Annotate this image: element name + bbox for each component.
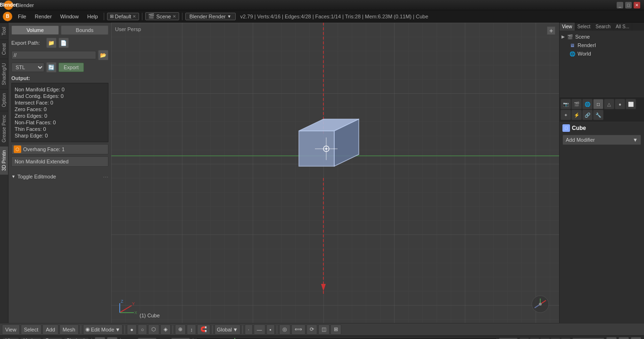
- ptab-material[interactable]: ●: [615, 99, 625, 109]
- bounds-tab-btn[interactable]: Bounds: [61, 25, 108, 35]
- vt-select-btn[interactable]: Select: [21, 324, 42, 335]
- tab-tool[interactable]: Tool: [0, 23, 8, 39]
- vt-rendered-shading-btn[interactable]: ◈: [160, 324, 171, 335]
- vt-global-dropdown[interactable]: Global ▼: [215, 324, 240, 335]
- 3d-viewport[interactable]: User Persp +: [111, 23, 559, 323]
- timeline-end-input[interactable]: [171, 338, 190, 339]
- refresh-btn[interactable]: 🔄: [46, 62, 57, 73]
- output-box: Non Manifold Edge: 0 Bad Contig. Edges: …: [11, 83, 108, 142]
- ptab-particles[interactable]: ✦: [561, 110, 571, 120]
- vt-mode-dropdown[interactable]: ◉ Edit Mode ▼: [83, 324, 123, 335]
- vt-solid-shading-btn[interactable]: ●: [127, 324, 137, 335]
- transport-prev-btn[interactable]: ◀: [530, 338, 539, 339]
- vt-add-btn[interactable]: Add: [42, 324, 58, 335]
- outliner-allscenes-tab[interactable]: All S...: [613, 23, 632, 31]
- outliner-select-tab[interactable]: Select: [575, 23, 594, 31]
- menu-window[interactable]: Window: [58, 13, 82, 20]
- export-path-input[interactable]: [11, 51, 96, 59]
- vt-separator-6: [277, 325, 277, 334]
- playback-settings-btn[interactable]: ⚙: [631, 337, 641, 339]
- ptab-world[interactable]: 🌐: [582, 99, 593, 109]
- tab-grease[interactable]: Grease Penc: [0, 111, 8, 146]
- transport-controls: ⏮ ◀ ▶ ▶ ⏭: [520, 338, 570, 339]
- export-button[interactable]: Export: [58, 63, 84, 72]
- vt-pivot-btn[interactable]: ⊕: [175, 324, 186, 335]
- blender-logo-btn[interactable]: B: [3, 12, 12, 21]
- tab-creat[interactable]: Creat: [0, 39, 8, 58]
- toggle-editmode-section: ▼ Toggle Editmode ···: [11, 171, 108, 182]
- timeline-frame-btn[interactable]: Frame: [43, 338, 62, 339]
- timeline-view-btn[interactable]: View: [3, 338, 19, 339]
- menu-render[interactable]: Render: [32, 13, 55, 20]
- overhang-row[interactable]: ⬡ Overhang Face: 1: [11, 144, 108, 154]
- transport-start-btn[interactable]: ⏮: [520, 338, 529, 339]
- vt-proportional-btn[interactable]: ◎: [279, 324, 290, 335]
- ptab-modifiers[interactable]: 🔧: [593, 110, 603, 120]
- vt-view-btn[interactable]: View: [2, 324, 20, 335]
- volume-tab-btn[interactable]: Volume: [11, 25, 59, 35]
- output-item-1: Bad Contig. Edges: 0: [15, 93, 105, 99]
- vt-snap-btn[interactable]: 🧲: [197, 324, 210, 335]
- navigation-gizmo[interactable]: [531, 295, 550, 314]
- timeline-icon-2[interactable]: ◀: [107, 337, 117, 339]
- outliner-search-tab[interactable]: Search: [593, 23, 613, 31]
- tree-world[interactable]: 🌐 World: [569, 49, 642, 58]
- outliner-view-tab[interactable]: View: [560, 23, 575, 31]
- vt-loop-btn[interactable]: ⟳: [306, 324, 317, 335]
- scene-close-icon[interactable]: ✕: [173, 14, 176, 19]
- ptab-scene[interactable]: 🎬: [571, 99, 582, 109]
- ptab-constraints[interactable]: 🔗: [582, 110, 593, 120]
- format-dropdown[interactable]: STL: [11, 63, 44, 72]
- ptab-texture[interactable]: ⬜: [626, 99, 636, 109]
- render-engine-selector[interactable]: Blender Render ▼: [185, 13, 236, 20]
- vt-edge-btn[interactable]: —: [254, 324, 265, 335]
- menu-help[interactable]: Help: [84, 13, 101, 20]
- menu-file[interactable]: File: [15, 13, 29, 20]
- audio-btn[interactable]: 🔊: [606, 337, 617, 339]
- timeline-marker-btn[interactable]: Marker: [21, 338, 41, 339]
- timeline-track[interactable]: [196, 338, 496, 339]
- timeline-icon-1[interactable]: ⏱: [95, 337, 105, 339]
- add-modifier-btn[interactable]: Add Modifier ▼: [562, 135, 641, 145]
- ptab-mesh[interactable]: △: [604, 99, 614, 109]
- minimize-button[interactable]: _: [617, 2, 623, 8]
- transport-play-btn[interactable]: ▶: [540, 338, 550, 339]
- render-engine-dropdown-icon: ▼: [227, 14, 231, 19]
- non-manifold-button[interactable]: Non Manifold Extended: [11, 156, 108, 167]
- workspace-close-icon[interactable]: ✕: [132, 14, 136, 19]
- maximize-button[interactable]: □: [625, 2, 632, 8]
- vt-face-btn[interactable]: ▪: [266, 324, 275, 335]
- export-browse-btn[interactable]: 📁: [46, 38, 57, 48]
- scene-selector[interactable]: 🎬 Scene ✕: [145, 12, 179, 20]
- vt-wire-shading-btn[interactable]: ○: [138, 324, 148, 335]
- tree-render[interactable]: 🖥 RenderI: [569, 41, 642, 49]
- vt-texture-shading-btn[interactable]: ⬡: [148, 324, 159, 335]
- vt-vert-btn[interactable]: ·: [245, 324, 253, 335]
- transport-end-btn[interactable]: ⏭: [561, 338, 570, 339]
- tab-3dprint[interactable]: 3D Printin: [0, 146, 8, 175]
- timeline-playback-btn[interactable]: Playback: [64, 338, 89, 339]
- transport-next-btn[interactable]: ▶: [551, 338, 560, 339]
- workspace-selector[interactable]: ⊞ Default ✕: [107, 13, 140, 20]
- tab-option[interactable]: Option: [0, 89, 8, 111]
- ptab-object[interactable]: □: [593, 99, 603, 109]
- ptab-render[interactable]: 📷: [561, 99, 571, 109]
- timeline-start-input[interactable]: [138, 338, 157, 339]
- vt-mirror-btn[interactable]: ⟺: [291, 324, 305, 335]
- close-button[interactable]: ✕: [634, 2, 640, 8]
- vt-occlude-btn[interactable]: ◫: [318, 324, 330, 335]
- export-file-btn[interactable]: 📄: [58, 38, 69, 48]
- ptab-physics[interactable]: ⚡: [571, 110, 582, 120]
- tree-scene[interactable]: ▶ 🎬 Scene: [561, 32, 642, 41]
- vt-normal-btn[interactable]: ⊞: [330, 324, 341, 335]
- export-path-confirm-btn[interactable]: 📂: [98, 50, 108, 60]
- svg-text:Y: Y: [132, 301, 135, 306]
- vt-mesh-btn[interactable]: Mesh: [59, 324, 79, 335]
- nosync-selector[interactable]: No Sync ▼: [572, 338, 604, 339]
- sync-btn[interactable]: ⏺: [619, 337, 629, 339]
- toggle-editmode-row[interactable]: ▼ Toggle Editmode ···: [11, 171, 108, 182]
- tab-shading[interactable]: Shading/U: [0, 59, 8, 89]
- viewport-add-btn[interactable]: +: [547, 26, 555, 35]
- vt-manipulator-btn[interactable]: ↕: [187, 324, 196, 335]
- current-frame-input[interactable]: [499, 338, 518, 339]
